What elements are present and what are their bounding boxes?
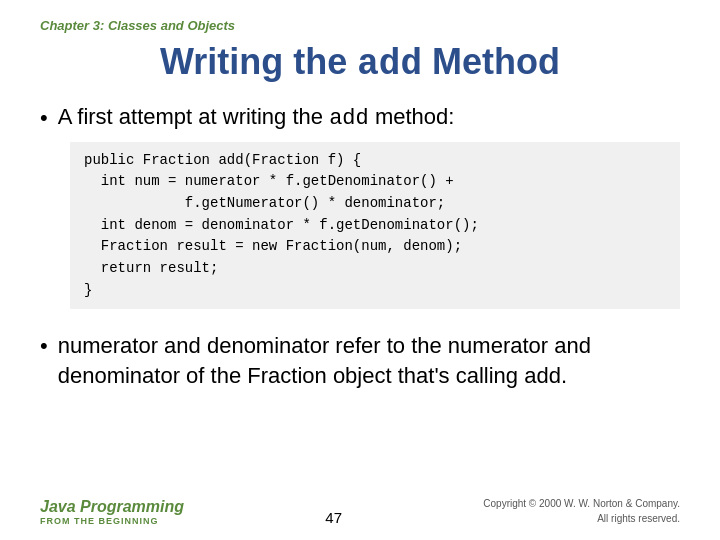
footer-page: 47 — [325, 509, 342, 526]
bullet-text-2: numerator and denominator refer to the n… — [58, 331, 680, 390]
bullet-dot-1: • — [40, 105, 48, 131]
bullet-point-2: • numerator and denominator refer to the… — [40, 331, 680, 390]
title-prefix: Writing the — [160, 41, 357, 82]
bullet1-suffix: method: — [369, 104, 455, 129]
bullet2-part1: numerator — [58, 333, 158, 358]
title-suffix: Method — [422, 41, 560, 82]
bullet2-text4: . — [561, 363, 567, 388]
bullet-section-1: • A first attempt at writing the add met… — [40, 103, 680, 315]
chapter-label: Chapter 3: Classes and Objects — [40, 18, 680, 33]
bullet1-prefix: A first attempt at writing the — [58, 104, 329, 129]
bullet-text-1: A first attempt at writing the add metho… — [58, 103, 455, 134]
bullet2-text1: and — [158, 333, 207, 358]
slide-title: Writing the add Method — [40, 41, 680, 85]
bullet-section-2: • numerator and denominator refer to the… — [40, 325, 680, 390]
title-mono: add — [357, 44, 422, 85]
bullet2-part2: denominator — [207, 333, 329, 358]
bullet2-text3: object that's calling — [327, 363, 524, 388]
footer-left: Java Programming FROM THE BEGINNING — [40, 498, 184, 526]
copyright-line2: All rights reserved. — [597, 513, 680, 524]
footer-copyright: Copyright © 2000 W. W. Norton & Company.… — [483, 496, 680, 526]
bullet1-mono: add — [329, 106, 369, 131]
bullet2-part4: add — [524, 363, 561, 388]
bullet-dot-2: • — [40, 333, 48, 359]
copyright-line1: Copyright © 2000 W. W. Norton & Company. — [483, 498, 680, 509]
bullet-point-1: • A first attempt at writing the add met… — [40, 103, 680, 134]
footer: Java Programming FROM THE BEGINNING 47 C… — [0, 496, 720, 526]
bullet2-part3: Fraction — [247, 363, 326, 388]
code-block: public Fraction add(Fraction f) { int nu… — [70, 142, 680, 310]
footer-subtitle: FROM THE BEGINNING — [40, 516, 184, 526]
footer-title: Java Programming — [40, 498, 184, 516]
slide: Chapter 3: Classes and Objects Writing t… — [0, 0, 720, 540]
